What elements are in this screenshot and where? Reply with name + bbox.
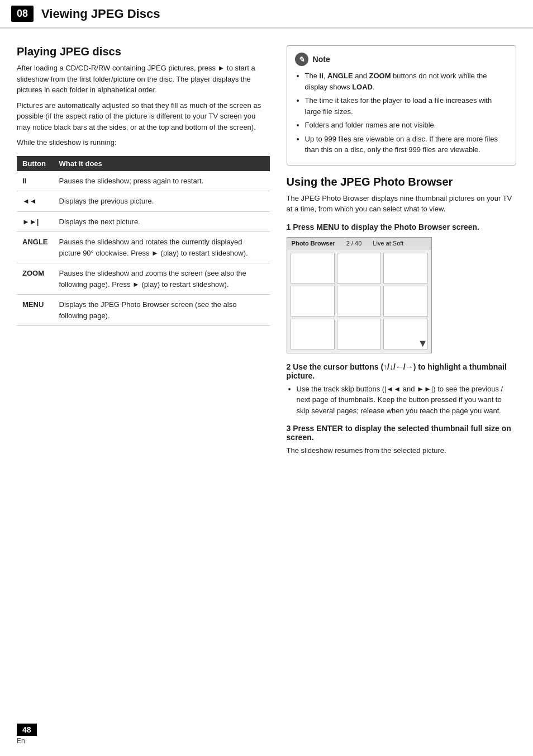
- step-2: 2 Use the cursor buttons (↑/↓/←/→) to hi…: [287, 362, 516, 417]
- desc-cell: Pauses the slideshow and zooms the scree…: [54, 263, 270, 295]
- left-column: Playing JPEG discs After loading a CD/CD…: [17, 45, 270, 456]
- page-title: Viewing JPEG Discs: [41, 7, 160, 21]
- table-row: IIPauses the slideshow; press again to r…: [17, 171, 270, 191]
- note-item: Folders and folder names are not visible…: [305, 120, 508, 131]
- pb-header-bar: Photo Browser 2 / 40 Live at Soft: [287, 238, 431, 249]
- note-box: ✎ Note The II, ANGLE and ZOOM buttons do…: [287, 45, 516, 166]
- while-running: While the slideshow is running:: [17, 137, 270, 148]
- page-number: 48: [17, 724, 37, 736]
- note-list: The II, ANGLE and ZOOM buttons do not wo…: [295, 70, 508, 155]
- col-what: What it does: [54, 156, 270, 171]
- button-cell: ZOOM: [17, 263, 54, 295]
- page-header: 08 Viewing JPEG Discs: [0, 0, 533, 29]
- note-label: Note: [313, 55, 330, 64]
- button-cell: II: [17, 171, 54, 191]
- page-footer: 48 En: [17, 724, 37, 745]
- step-3: 3 Press ENTER to display the selected th…: [287, 424, 516, 456]
- note-icon: ✎: [295, 53, 308, 66]
- pb-thumbnail: [383, 253, 427, 284]
- table-row: ►►|Displays the next picture.: [17, 211, 270, 232]
- step-2-bullet: Use the track skip buttons (|◄◄ and ►►|)…: [297, 384, 516, 417]
- pb-arrow-icon: ▼: [418, 338, 428, 349]
- button-table: Button What it does IIPauses the slidesh…: [17, 156, 270, 327]
- step-1-heading: 1 Press MENU to display the Photo Browse…: [287, 223, 516, 231]
- pb-title: Live at Soft: [373, 240, 403, 247]
- pb-page-info: 2 / 40: [346, 240, 362, 247]
- pb-label: Photo Browser: [292, 240, 335, 247]
- table-row: ANGLEPauses the slideshow and rotates th…: [17, 232, 270, 263]
- button-cell: ►►|: [17, 211, 54, 232]
- button-cell: MENU: [17, 295, 54, 326]
- jpeg-browser-intro: The JPEG Photo Browser displays nine thu…: [287, 193, 516, 215]
- button-cell: ◄◄: [17, 191, 54, 212]
- desc-cell: Displays the JPEG Photo Browser screen (…: [54, 295, 270, 326]
- note-item: Up to 999 files are viewable on a disc. …: [305, 134, 508, 155]
- intro-p1: After loading a CD/CD-R/RW containing JP…: [17, 63, 270, 96]
- playing-jpeg-title: Playing JPEG discs: [17, 45, 270, 58]
- steps-container: 1 Press MENU to display the Photo Browse…: [287, 223, 516, 456]
- main-content: Playing JPEG discs After loading a CD/CD…: [0, 45, 533, 456]
- pb-thumbnail: [337, 286, 381, 316]
- photo-browser-preview: Photo Browser 2 / 40 Live at Soft ▼: [287, 237, 432, 353]
- col-button: Button: [17, 156, 54, 171]
- table-row: MENUDisplays the JPEG Photo Browser scre…: [17, 295, 270, 326]
- pb-thumbnail: [291, 286, 335, 316]
- intro-p2: Pictures are automatically adjusted so t…: [17, 100, 270, 133]
- step-1: 1 Press MENU to display the Photo Browse…: [287, 223, 516, 353]
- step-3-heading: 3 Press ENTER to display the selected th…: [287, 424, 516, 442]
- chapter-number: 08: [11, 6, 34, 22]
- pb-thumbnail: [383, 286, 427, 316]
- step-3-body: The slideshow resumes from the selected …: [287, 445, 516, 456]
- table-row: ZOOMPauses the slideshow and zooms the s…: [17, 263, 270, 295]
- lang-label: En: [17, 737, 25, 745]
- desc-cell: Displays the previous picture.: [54, 191, 270, 212]
- pb-thumbnail: [291, 319, 335, 349]
- desc-cell: Displays the next picture.: [54, 211, 270, 232]
- table-row: ◄◄Displays the previous picture.: [17, 191, 270, 212]
- jpeg-browser-title: Using the JPEG Photo Browser: [287, 176, 516, 188]
- pb-thumbnail: [337, 253, 381, 284]
- button-cell: ANGLE: [17, 232, 54, 263]
- step-2-heading: 2 Use the cursor buttons (↑/↓/←/→) to hi…: [287, 362, 516, 380]
- pb-grid: ▼: [287, 249, 431, 353]
- note-header: ✎ Note: [295, 53, 508, 66]
- right-column: ✎ Note The II, ANGLE and ZOOM buttons do…: [287, 45, 516, 456]
- note-item: The II, ANGLE and ZOOM buttons do not wo…: [305, 70, 508, 92]
- desc-cell: Pauses the slideshow; press again to res…: [54, 171, 270, 191]
- note-item: The time it takes for the player to load…: [305, 95, 508, 117]
- pb-thumbnail: [291, 253, 335, 284]
- desc-cell: Pauses the slideshow and rotates the cur…: [54, 232, 270, 263]
- pb-thumbnail: [337, 319, 381, 349]
- step-2-body: Use the track skip buttons (|◄◄ and ►►|)…: [287, 384, 516, 417]
